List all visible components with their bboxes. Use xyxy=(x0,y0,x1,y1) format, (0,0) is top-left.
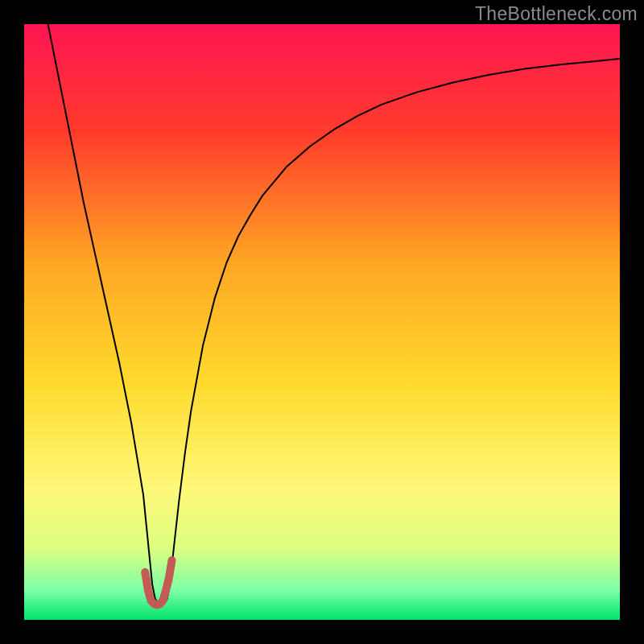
attribution-text: TheBottleneck.com xyxy=(475,3,638,25)
gradient-background xyxy=(24,24,620,620)
chart-svg xyxy=(24,24,620,620)
chart-frame: TheBottleneck.com xyxy=(0,0,644,644)
plot-area xyxy=(24,24,620,620)
